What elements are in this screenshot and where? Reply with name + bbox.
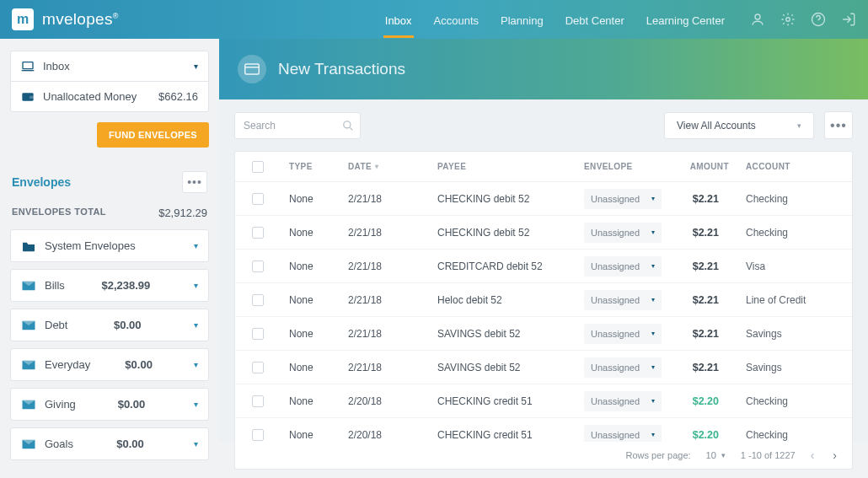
svg-rect-3: [23, 62, 33, 68]
envelope-dropdown[interactable]: Unassigned▾: [584, 425, 662, 443]
prev-page-button[interactable]: ‹: [811, 448, 815, 462]
card-icon: [238, 55, 266, 83]
envelopes-more-button[interactable]: •••: [182, 171, 207, 193]
envelope-item-bills[interactable]: Bills$2,238.99▾: [10, 269, 209, 302]
envelope-name: Goals: [45, 438, 73, 450]
table-row[interactable]: None2/21/18CHECKING debit 52Unassigned▾$…: [235, 182, 852, 216]
td-account: Savings: [729, 362, 840, 373]
envelope-dropdown[interactable]: Unassigned▾: [584, 223, 662, 243]
rows-per-page-label: Rows per page:: [626, 450, 691, 460]
svg-point-1: [786, 18, 790, 22]
rows-per-page-select[interactable]: 10 ▾: [706, 450, 726, 460]
th-amount[interactable]: AMOUNT: [670, 162, 729, 171]
td-type: None: [289, 362, 348, 373]
logout-icon[interactable]: [841, 12, 856, 27]
sidebar-inbox-row[interactable]: Inbox ▾: [11, 51, 208, 82]
envelope-item-goals[interactable]: Goals$0.00▾: [10, 427, 209, 460]
table-row[interactable]: None2/21/18CHECKING debit 52Unassigned▾$…: [235, 216, 852, 250]
pagination: Rows per page: 10 ▾ 1 -10 of 1227 ‹ ›: [234, 442, 853, 470]
envelope-dropdown[interactable]: Unassigned▾: [584, 391, 662, 411]
table-row[interactable]: None2/21/18CREDITCARD debit 52Unassigned…: [235, 250, 852, 283]
th-payee[interactable]: PAYEE: [437, 162, 584, 171]
table-row[interactable]: None2/21/18SAVINGS debit 52Unassigned▾$2…: [235, 351, 852, 384]
search-icon: [342, 120, 354, 132]
chevron-down-icon: ▾: [194, 400, 198, 409]
envelopes-section-header: Envelopes •••: [10, 163, 209, 201]
table-row[interactable]: None2/21/18Heloc debit 52Unassigned▾$2.2…: [235, 283, 852, 317]
nav-item-learning-center[interactable]: Learning Center: [645, 3, 726, 37]
help-icon[interactable]: [811, 12, 826, 27]
chevron-down-icon: ▾: [651, 431, 655, 438]
transactions-table: TYPE DATE▾ PAYEE ENVELOPE AMOUNT ACCOUNT…: [234, 151, 853, 442]
chevron-down-icon: ▾: [194, 360, 198, 369]
envelope-item-everyday[interactable]: Everyday$0.00▾: [10, 348, 209, 381]
th-date[interactable]: DATE▾: [348, 162, 437, 171]
row-checkbox[interactable]: [252, 227, 264, 239]
nav-item-accounts[interactable]: Accounts: [432, 3, 480, 37]
accounts-dropdown-label: View All Accounts: [677, 120, 756, 132]
user-icon[interactable]: [750, 12, 765, 27]
fund-envelopes-button[interactable]: FUND ENVELOPES: [97, 122, 209, 148]
laptop-icon: [21, 61, 35, 73]
envelope-amount: $0.00: [125, 358, 153, 371]
chevron-down-icon: ▾: [194, 62, 198, 71]
envelope-item-system-envelopes[interactable]: System Envelopes▾: [10, 229, 209, 262]
nav-item-planning[interactable]: Planning: [499, 3, 545, 37]
accounts-dropdown[interactable]: View All Accounts ▾: [664, 112, 814, 139]
row-checkbox[interactable]: [252, 193, 264, 205]
th-type[interactable]: TYPE: [289, 162, 348, 171]
td-date: 2/20/18: [348, 395, 437, 407]
main-nav: InboxAccountsPlanningDebt CenterLearning…: [383, 3, 726, 37]
envelope-amount: $0.00: [118, 398, 146, 411]
row-checkbox[interactable]: [252, 429, 264, 441]
td-amount: $2.21: [670, 227, 729, 239]
select-all-checkbox[interactable]: [252, 161, 264, 173]
envelope-item-giving[interactable]: Giving$0.00▾: [10, 388, 209, 421]
envelope-dropdown[interactable]: Unassigned▾: [584, 290, 662, 310]
page-title: New Transactions: [278, 60, 405, 78]
th-envelope[interactable]: ENVELOPE: [584, 162, 670, 171]
next-page-button[interactable]: ›: [833, 448, 837, 462]
chevron-down-icon: ▾: [651, 397, 655, 405]
envelopes-total-label: ENVELOPES TOTAL: [12, 207, 106, 219]
nav-item-inbox[interactable]: Inbox: [383, 3, 414, 37]
td-account: Checking: [729, 227, 840, 239]
chevron-down-icon: ▾: [651, 228, 655, 236]
table-row[interactable]: None2/20/18CHECKING credit 51Unassigned▾…: [235, 384, 852, 418]
chevron-down-icon: ▾: [651, 296, 655, 303]
td-type: None: [289, 429, 348, 441]
envelope-dropdown[interactable]: Unassigned▾: [584, 256, 662, 277]
td-account: Visa: [729, 260, 840, 272]
chevron-down-icon: ▾: [797, 121, 801, 130]
row-checkbox[interactable]: [252, 395, 264, 407]
gear-icon[interactable]: [780, 12, 796, 27]
row-checkbox[interactable]: [252, 260, 264, 272]
table-row[interactable]: None2/20/18CHECKING credit 51Unassigned▾…: [235, 418, 852, 442]
envelope-dropdown[interactable]: Unassigned▾: [584, 189, 662, 209]
envelope-amount: $2,238.99: [102, 279, 151, 292]
sidebar-unallocated-amount: $662.16: [158, 90, 198, 103]
row-checkbox[interactable]: [252, 328, 264, 340]
envelope-icon: [21, 399, 36, 411]
chevron-down-icon: ▾: [651, 330, 655, 337]
table-header: TYPE DATE▾ PAYEE ENVELOPE AMOUNT ACCOUNT: [235, 152, 852, 182]
envelope-name: Bills: [45, 279, 65, 292]
header-icon-group: [750, 12, 856, 27]
toolbar-more-button[interactable]: •••: [824, 111, 853, 139]
envelope-dropdown[interactable]: Unassigned▾: [584, 357, 662, 378]
envelope-icon: [21, 320, 36, 331]
th-account[interactable]: ACCOUNT: [729, 162, 840, 171]
td-type: None: [289, 260, 348, 272]
td-payee: SAVINGS debit 52: [437, 362, 584, 373]
envelope-item-debt[interactable]: Debt$0.00▾: [10, 309, 209, 341]
td-type: None: [289, 294, 348, 306]
row-checkbox[interactable]: [252, 294, 264, 306]
row-checkbox[interactable]: [252, 362, 264, 373]
svg-rect-6: [245, 64, 260, 74]
table-row[interactable]: None2/21/18SAVINGS debit 52Unassigned▾$2…: [235, 317, 852, 351]
nav-item-debt-center[interactable]: Debt Center: [564, 3, 626, 37]
envelope-dropdown[interactable]: Unassigned▾: [584, 324, 662, 344]
search-box: [234, 112, 361, 139]
chevron-down-icon: ▾: [194, 320, 198, 330]
td-date: 2/21/18: [348, 193, 437, 205]
